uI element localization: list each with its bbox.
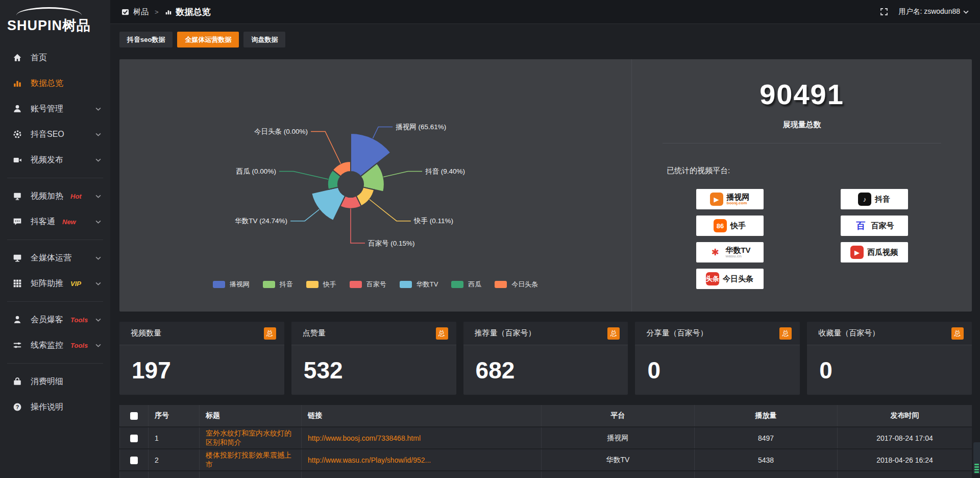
boosj-logo-icon: ▶	[710, 193, 723, 206]
fullscreen-icon[interactable]	[880, 8, 888, 16]
chevron-down-icon	[95, 256, 101, 260]
legend-item-抖音[interactable]: 抖音	[263, 280, 293, 289]
sidebar-divider	[7, 301, 103, 302]
sidebar-item-home[interactable]: 首页	[0, 45, 110, 70]
chevron-down-icon	[95, 107, 101, 111]
row-checkbox[interactable]	[130, 457, 138, 464]
table-cell: 2017-08-24 17:04	[838, 427, 972, 449]
sidebar-item-tag: Hot	[70, 193, 82, 200]
question-icon: ?	[12, 402, 22, 412]
tab-0[interactable]: 抖音seo数据	[119, 32, 173, 47]
stat-card-value: 682	[463, 345, 628, 384]
user-icon	[12, 104, 22, 114]
col-header-platform: 平台	[542, 405, 695, 427]
sidebar-item-douketong[interactable]: 抖客通New	[0, 209, 110, 234]
video-table-wrap: 序号 标题 链接 平台 播放量 发布时间 1室外水纹灯和室内水纹灯的区别和简介h…	[119, 405, 972, 478]
stat-card-header: 分享量（百家号）总	[635, 322, 800, 345]
video-url-link[interactable]: http://www.wasu.cn/Play/show/id/952...	[302, 449, 542, 471]
platform-badge-boosj: ▶播视网boosj.com	[696, 189, 764, 209]
sidebar-item-label: 线索监控	[31, 340, 63, 351]
sidebar-item-label: 矩阵助推	[31, 278, 63, 289]
tab-1[interactable]: 全媒体运营数据	[177, 32, 239, 47]
table-cell	[838, 471, 972, 478]
pie-label: 西瓜 (0.00%)	[236, 168, 276, 175]
legend-label: 播视网	[230, 280, 250, 289]
video-title-link[interactable]	[200, 471, 302, 478]
table-cell: 2018-04-26 16:24	[838, 449, 972, 471]
data-tabs: 抖音seo数据全媒体运营数据询盘数据	[119, 32, 972, 47]
table-cell: 播视网	[542, 427, 695, 449]
platform-badge-douyin: ♪抖音	[841, 189, 908, 209]
pie-label-line	[351, 209, 365, 243]
video-title-link[interactable]: 楼体投影灯投影效果震撼上市	[200, 449, 302, 471]
sidebar-item-video-publish[interactable]: 视频发布	[0, 147, 110, 173]
stat-card-value: 0	[635, 345, 800, 384]
video-title-link[interactable]: 室外水纹灯和室内水纹灯的区别和简介	[200, 427, 302, 449]
sliders-icon	[12, 340, 22, 350]
sidebar-item-member-baoke[interactable]: 会员爆客Tools	[0, 307, 110, 332]
stat-card-value: 532	[291, 345, 456, 384]
breadcrumb-root[interactable]: 树品	[133, 7, 149, 17]
grid-icon	[12, 278, 22, 289]
legend-swatch	[263, 281, 275, 288]
table-cell: 5438	[695, 449, 838, 471]
sidebar-item-douyin-seo[interactable]: 抖音SEO	[0, 122, 110, 147]
platform-badge-kuaishou: 86快手	[696, 216, 764, 236]
pie-label: 快手 (0.11%)	[413, 217, 453, 225]
rose-pie-chart[interactable]: 播视网 (65.61%)抖音 (9.40%)快手 (0.11%)百家号 (0.1…	[119, 59, 631, 299]
col-header-link: 链接	[302, 405, 542, 427]
sidebar-item-label: 视频加热	[31, 191, 63, 202]
sidebar-item-consume-detail[interactable]: 消费明细	[0, 369, 110, 394]
col-header-plays: 播放量	[695, 405, 838, 427]
sidebar-item-matrix-boost[interactable]: 矩阵助推VIP	[0, 271, 110, 296]
home-icon	[12, 53, 22, 63]
floating-widget[interactable]	[973, 442, 980, 474]
select-all-checkbox[interactable]	[130, 412, 138, 420]
table-header-row: 序号 标题 链接 平台 播放量 发布时间	[120, 405, 972, 427]
row-checkbox[interactable]	[130, 435, 138, 442]
platform-subtext: wasu.cn	[725, 254, 750, 258]
legend-item-快手[interactable]: 快手	[306, 280, 336, 289]
pie-slice-华数TV[interactable]	[311, 187, 345, 221]
platform-name: 今日头条	[723, 275, 753, 283]
topbar: 树品 > 数据总览 用户名: zswodun88	[110, 0, 980, 24]
toutiao-logo-icon: 头条	[706, 272, 719, 285]
breadcrumb: 树品 > 数据总览	[121, 6, 211, 18]
breadcrumb-current: 数据总览	[176, 6, 211, 18]
legend-item-百家号[interactable]: 百家号	[350, 280, 386, 289]
chevron-down-icon	[95, 133, 101, 136]
video-url-link[interactable]	[302, 471, 542, 478]
platform-badge-wasu: ✱华数TVwasu.cn	[696, 242, 764, 262]
table-cell	[120, 449, 149, 471]
platform-subtext: boosj.com	[727, 201, 750, 205]
legend-item-华数TV[interactable]: 华数TV	[400, 280, 438, 289]
breadcrumb-separator: >	[155, 8, 159, 16]
stat-card-2: 推荐量（百家号）总682	[463, 322, 628, 395]
bag-icon	[12, 376, 22, 387]
platforms-label: 已统计的视频平台:	[667, 166, 946, 176]
sidebar-item-media-operation[interactable]: 全媒体运营	[0, 245, 110, 271]
sidebar-item-clue-monitor[interactable]: 线索监控Tools	[0, 332, 110, 358]
legend-item-西瓜[interactable]: 西瓜	[451, 280, 481, 289]
stat-card-value: 0	[807, 345, 972, 384]
legend-label: 今日头条	[511, 280, 538, 289]
legend-label: 华数TV	[416, 280, 438, 289]
sidebar-item-label: 数据总览	[31, 78, 63, 89]
legend-item-播视网[interactable]: 播视网	[213, 280, 250, 289]
legend-label: 快手	[323, 280, 336, 289]
pie-label-line	[311, 131, 340, 163]
stat-card-value: 197	[119, 345, 284, 384]
sidebar-item-operation-help[interactable]: ?操作说明	[0, 394, 110, 420]
pie-label: 今日头条 (0.00%)	[254, 128, 308, 135]
sidebar-item-account-manage[interactable]: 账号管理	[0, 96, 110, 122]
table-row	[120, 471, 972, 478]
user-menu[interactable]: 用户名: zswodun88	[898, 7, 969, 16]
legend-item-今日头条[interactable]: 今日头条	[495, 280, 538, 289]
sidebar-item-video-heat[interactable]: 视频加热Hot	[0, 183, 110, 209]
tab-2[interactable]: 询盘数据	[243, 32, 285, 47]
sidebar-item-data-overview[interactable]: 数据总览	[0, 70, 110, 96]
table-cell	[120, 427, 149, 449]
legend-label: 西瓜	[468, 280, 481, 289]
video-url-link[interactable]: http://www.boosj.com/7338468.html	[302, 427, 542, 449]
legend-swatch	[213, 281, 225, 288]
